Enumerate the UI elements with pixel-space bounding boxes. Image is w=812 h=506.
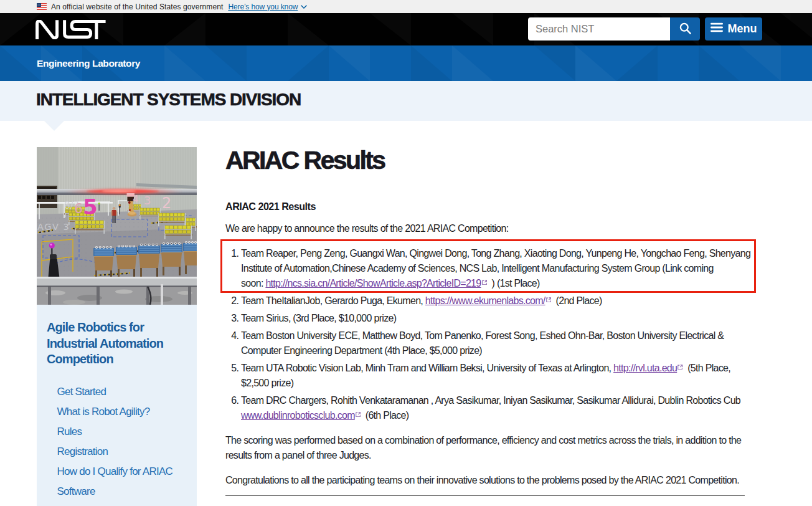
result-item-2: Team TheItalianJob, Gerardo Puga, Ekumen… [241, 294, 752, 308]
bottom-rule [225, 495, 745, 496]
sidebar: AGV 3 [37, 147, 197, 506]
official-banner: An official website of the United States… [0, 0, 812, 13]
nist-logo[interactable] [35, 20, 106, 42]
division-title: INTELLIGENT SYSTEMS DIVISION [36, 90, 301, 110]
intro-paragraph: We are happy to announce the results of … [225, 221, 752, 236]
search-button[interactable] [670, 17, 700, 41]
heres-how-link[interactable]: Here’s how you know [228, 2, 298, 11]
result-text: Team DRC Chargers, Rohith Venkataramanan… [241, 395, 740, 406]
search-input[interactable] [528, 17, 670, 41]
header-actions: Menu [528, 17, 762, 41]
sidebar-link-0[interactable]: Get Started [57, 386, 106, 398]
lab-band-link[interactable]: Engineering Laboratory [37, 58, 140, 69]
sidebar-item: How do I Qualify for ARIAC [57, 465, 191, 477]
division-band: INTELLIGENT SYSTEMS DIVISION [0, 81, 812, 121]
scoring-paragraph: The scoring was performed based on a com… [225, 433, 752, 463]
svg-text:2: 2 [162, 194, 171, 212]
sidebar-item: Registration [57, 446, 191, 457]
section-heading: ARIAC 2021 Results [225, 201, 752, 212]
page-title: ARIAC Results [225, 146, 752, 175]
result-item-1: Team Reaper, Peng Zeng, Guangxi Wan, Qin… [241, 246, 752, 291]
svg-text:6: 6 [74, 201, 83, 216]
result-link[interactable]: http://ncs.sia.cn/Article/ShowArticle.as… [265, 278, 481, 289]
svg-text:5: 5 [83, 194, 98, 219]
sidebar-item: Get Started [57, 386, 191, 398]
svg-text:3: 3 [144, 194, 151, 207]
banner-text: An official website of the United States… [51, 2, 223, 11]
site-header: Menu [0, 13, 812, 45]
page: An official website of the United States… [0, 0, 812, 506]
external-link-icon [677, 363, 683, 373]
result-item-4: Team Boston University ECE, Matthew Boyd… [241, 328, 752, 358]
result-text: ) (1st Place) [487, 278, 540, 289]
sidebar-link-1[interactable]: What is Robot Agility? [57, 406, 150, 418]
result-text: (2nd Place) [551, 295, 602, 306]
us-flag-icon [37, 3, 47, 10]
result-item-6: Team DRC Chargers, Rohith Venkataramanan… [241, 393, 752, 423]
sidebar-link-3[interactable]: Registration [57, 446, 108, 457]
external-link-icon [481, 278, 488, 289]
svg-text:4: 4 [133, 194, 139, 205]
results-list: Team Reaper, Peng Zeng, Guangxi Wan, Qin… [225, 246, 752, 423]
sim-floor-text: AGV 3 [37, 222, 70, 232]
sidebar-link-5[interactable]: Software [57, 485, 95, 497]
result-item-3: Team Sirius, (3rd Place, $10,000 prize) [241, 311, 752, 326]
result-text: (6th Place) [361, 410, 408, 421]
lab-band: Engineering Laboratory [0, 45, 812, 81]
result-text: Team TheItalianJob, Gerardo Puga, Ekumen… [241, 295, 425, 306]
sidebar-nav: Get StartedWhat is Robot Agility?RulesRe… [47, 386, 191, 497]
sidebar-item: Rules [57, 426, 191, 437]
division-notch [44, 121, 64, 131]
main-column: ARIAC Results ARIAC 2021 Results We are … [225, 121, 752, 496]
search-icon [679, 22, 692, 37]
search-box [528, 17, 700, 41]
sidebar-link-4[interactable]: How do I Qualify for ARIAC [57, 465, 173, 477]
external-link-icon [355, 410, 361, 421]
sidebar-panel: Agile Robotics for Industrial Automation… [37, 305, 197, 506]
congrats-paragraph: Congratulations to all the participating… [225, 473, 752, 488]
sidebar-item: What is Robot Agility? [57, 406, 191, 418]
result-text: Team Boston University ECE, Matthew Boyd… [241, 330, 724, 356]
sim-conveyor [37, 277, 197, 305]
menu-button[interactable]: Menu [705, 17, 762, 41]
sidebar-item: Software [57, 485, 191, 497]
result-text: Team UTA Robotic Vision Lab, Minh Tram a… [241, 363, 613, 373]
external-link-icon [545, 295, 552, 306]
result-link[interactable]: http://rvl.uta.edu [613, 363, 677, 373]
sidebar-link-2[interactable]: Rules [57, 426, 82, 437]
result-link[interactable]: www.dublinroboticsclub.com [241, 410, 355, 421]
result-item-5: Team UTA Robotic Vision Lab, Minh Tram a… [241, 361, 752, 391]
sidebar-title: Agile Robotics for Industrial Automation… [47, 320, 191, 368]
hamburger-icon [710, 22, 723, 36]
result-link[interactable]: https://www.ekumenlabs.com/ [425, 295, 545, 306]
menu-label: Menu [728, 22, 757, 36]
sim-wall [37, 147, 197, 219]
result-text: Team Sirius, (3rd Place, $10,000 prize) [241, 313, 396, 323]
chevron-down-icon[interactable] [301, 5, 307, 9]
ariac-simulation-image: AGV 3 [37, 147, 197, 305]
